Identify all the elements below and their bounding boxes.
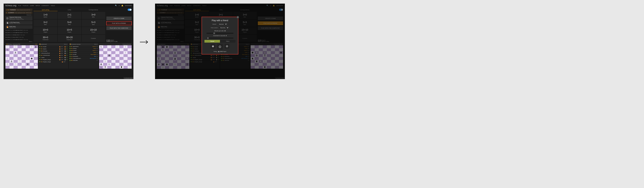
friends-online-toggle[interactable]: ▲ friends online [124, 77, 134, 79]
timeline-more[interactable]: More » [6, 41, 32, 42]
puzzle-card[interactable]: Puzzle of the day ♖♛♚♕♚♔♜♞♜♙♛♗♜♖ [250, 43, 283, 69]
puzzle-board[interactable]: ♗♙♙♜♖♘♔♔♙♘♗♘♞♞ [99, 45, 132, 69]
tournament-winner-row[interactable]: IM Funo09 Yearly Rapid 🛡 [69, 53, 98, 55]
nav-item[interactable]: PLAY [170, 5, 173, 6]
time-control-cell[interactable]: Custom [82, 34, 105, 42]
play-with-computer-button[interactable]: PLAY WITH THE COMPUTER [258, 26, 283, 30]
leaderboard-row[interactable]: GM Jepetto 🔥 3034 🔥 42 [38, 48, 68, 50]
nav-item[interactable]: TOOLS [202, 5, 206, 6]
bell-icon[interactable]: 🔔 [273, 5, 275, 6]
streamers-more[interactable]: Streamers » [157, 14, 184, 15]
variant-select[interactable]: Standard [217, 23, 228, 25]
mode-rated[interactable]: Rated [220, 40, 236, 43]
time-control-cell[interactable]: 10+0 Rapid [34, 27, 57, 34]
challenge-icon[interactable]: ⚔ [118, 5, 120, 6]
timeline-entry[interactable]: sai_tama hosts not bughouse simul 2 days… [157, 32, 184, 33]
tournament-winner-row[interactable]: IM opperwezen Yearly H 🛡 [69, 45, 98, 47]
search-icon[interactable]: 🔍 [266, 5, 268, 6]
puzzle-board[interactable]: ♖♛♚♕♚♔♜♞♜♙♛♗♜♖ [250, 45, 283, 69]
streamer-row[interactable]: ● CLSmith15 Friday night game night - li… [6, 11, 32, 14]
leaderboard-row[interactable]: GM Zhigalko_Sergei 🔥 2708 🐇 58 [190, 58, 220, 61]
time-control-cell[interactable]: 10+5 Rapid [58, 27, 81, 34]
nav-item[interactable]: WATCH [187, 5, 192, 6]
tournament-winner-row[interactable]: FM OhanyanEminC... 2021 Summer 🛡 [220, 57, 250, 59]
time-control-select[interactable]: Real time [219, 27, 229, 29]
tournament-winner-row[interactable]: LM PeshkaCh Elite 🛡 [69, 55, 98, 57]
timeline-entry[interactable]: sai_tama joins eamejia simul 2 days ago [6, 34, 32, 36]
leaderboard-row[interactable]: GM Drvitman 🔥 2950 🐇 25 [38, 50, 68, 52]
leaderboard-row[interactable]: GM Arka50 🔥 3073 🔥 42 [38, 45, 68, 48]
pool-toggle[interactable] [279, 9, 283, 11]
tournament-winner-row[interactable]: GM Arnelos Yearly 🛡 [69, 51, 98, 53]
increment-slider[interactable] [206, 38, 234, 39]
site-logo[interactable]: lichess.org [157, 4, 168, 7]
tournament-spotlight[interactable]: 🛡 Classical Shield Arena Battle for the … [6, 16, 32, 20]
create-game-button[interactable]: CREATE A GAME [106, 16, 132, 20]
tournament-spotlight[interactable]: 🛡 Classical Shield Arena Battle for the … [157, 16, 184, 20]
nav-item[interactable]: COMMUNITY [42, 5, 49, 6]
leaderboard-row[interactable]: GM Zhigalko_Sergei 🔥 2708 🐇 58 [38, 58, 68, 61]
time-control-cell[interactable]: 3+0 Blitz [82, 12, 105, 19]
username[interactable]: serene99 [276, 5, 283, 6]
challenge-icon[interactable]: ⚔ [270, 5, 271, 6]
time-control-cell[interactable]: 15+10 Rapid [82, 27, 105, 34]
streamer-row[interactable]: ● FM FedaMaster Twitch Viewers Arena wit… [6, 9, 32, 11]
close-icon[interactable]: ✕ [236, 16, 239, 18]
leaderboard-row[interactable]: GM C9C9C9C9C9 🔥 2641 🔥 18 [190, 54, 220, 56]
leaderboard-row[interactable]: catask 🔥 2922 🐇 13 [38, 56, 68, 58]
nav-item[interactable]: PLAY [18, 5, 21, 6]
tournament-winners-more[interactable]: More » [246, 44, 249, 45]
time-control-cell[interactable]: 5+3 Blitz [82, 19, 105, 27]
featured-board[interactable]: ♞♖♚♙♘♕♝♜♚♜♜♙♗♔ [6, 45, 38, 69]
timeline-more[interactable]: More » [157, 41, 184, 42]
timeline-entry[interactable]: sai_tama joins eamejia simul 2 days ago [157, 34, 184, 36]
pool-toggle[interactable] [128, 9, 132, 11]
tournament-winner-row[interactable]: FM jimakos Yearly 🛡 [69, 47, 98, 49]
featured-game-card[interactable]: realtimetiNeucto ⅓ ♜♖♕♛♘♜♙♔♖♟♚♛♛♕ [157, 43, 189, 69]
bell-icon[interactable]: 🔔 [121, 5, 123, 6]
site-logo[interactable]: lichess.org [6, 4, 16, 7]
puzzle-card[interactable]: Puzzle of the day ♗♙♙♜♖♘♔♔♙♘♗♘♞♞ [99, 43, 132, 69]
tab-correspondence[interactable]: Correspondence [81, 9, 105, 11]
minutes-slider[interactable] [206, 33, 234, 34]
search-icon[interactable]: 🔍 [115, 5, 117, 6]
nav-item[interactable]: PUZZLES [174, 5, 180, 6]
nav-item[interactable]: TOOLS [51, 5, 55, 6]
tab-lobby[interactable]: Lobby [209, 9, 233, 11]
tab-quick-pairing[interactable]: Quick pairing [185, 9, 209, 11]
nav-item[interactable]: PUZZLES [23, 5, 28, 6]
streamer-row[interactable]: ● CLSmith15 Friday night game night - li… [157, 11, 184, 14]
tournament-spotlight[interactable]: 🐇 ≤1700 Rapid Arena 6 players • in 22 mi… [157, 21, 184, 25]
timeline-entry[interactable]: sai_tama hosts not bughouse simul 2 days… [6, 39, 32, 40]
time-control-cell[interactable]: 5+0 Blitz [58, 19, 81, 27]
tournament-spotlight[interactable]: 🔥 Bullet Swiss 2 players • join [6, 25, 32, 29]
color-black-button[interactable]: ♚ [210, 44, 215, 49]
play-with-friend-button[interactable]: PLAY WITH A FRIEND [258, 21, 283, 25]
tab-lobby[interactable]: Lobby [58, 9, 82, 11]
play-with-friend-button[interactable]: PLAY WITH A FRIEND [106, 21, 132, 25]
time-control-cell[interactable]: 3+2 Blitz [34, 19, 57, 27]
friends-online-toggle[interactable]: ▲ friends online [275, 77, 285, 79]
time-control-cell[interactable]: 2+1 Bullet [58, 12, 81, 19]
timeline-entry[interactable]: sai_tama hosts not bughouse simul 2 days… [6, 29, 32, 31]
create-game-button[interactable]: CREATE A GAME [258, 16, 283, 20]
tournament-winner-row[interactable]: FM OhanyanEminC... 2021 Summer 🛡 [69, 57, 98, 59]
nav-item[interactable]: LEARN [181, 5, 186, 6]
nav-item[interactable]: COMMUNITY [193, 5, 201, 6]
leaderboard-row[interactable]: Winnie1the1Pooh 🔥 2631 🐇 21 [38, 52, 68, 54]
timeline-entry[interactable]: sai_tama hosts not bughouse simul 2 days… [157, 29, 184, 31]
leaderboard-row[interactable]: GM Zhigalko_Sergei 🔥 2587 [38, 61, 68, 63]
leaderboard-row[interactable]: catask 🔥 2922 🐇 13 [190, 56, 220, 58]
nav-item[interactable]: LEARN [30, 5, 34, 6]
tournament-winner-row[interactable]: GM Hovik7 Yearly S 🛡 [69, 49, 98, 51]
timeline-entry[interactable]: sai_tama joins bmxu simul 2 days ago [157, 36, 184, 38]
tournament-winner-row[interactable]: LM PeshkaCh Elite 🛡 [220, 55, 250, 57]
featured-game-card[interactable]: GM Tilicheev_Viacheslav 2764 0:33 ♞♖♚♙♘♕… [6, 43, 38, 69]
tournament-winners-more[interactable]: More » [94, 44, 98, 45]
streamers-more[interactable]: Streamers » [6, 14, 32, 15]
time-control-cell[interactable]: 1+0 Bullet [34, 12, 57, 19]
streamer-row[interactable]: ● FM FedaMaster Twitch Viewers Arena wit… [157, 9, 184, 11]
leaderboard-more[interactable]: More » [64, 44, 68, 45]
timeline-entry[interactable]: sai_tama hosts not bughouse simul 2 days… [157, 39, 184, 40]
tournament-winner-row[interactable]: NM blitzbullet 🛡 [69, 59, 98, 61]
